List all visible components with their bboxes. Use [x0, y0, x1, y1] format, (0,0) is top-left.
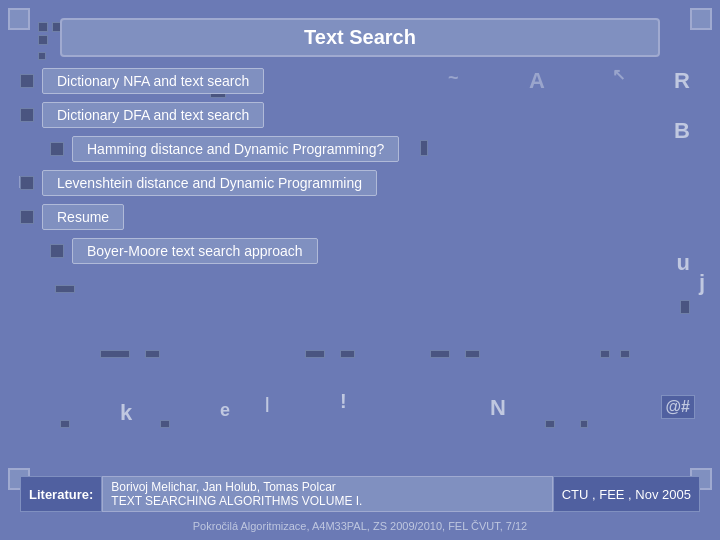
item-row-2: Dictionary DFA and text search	[20, 102, 700, 128]
item-row-4: Levenshtein distance and Dynamic Program…	[20, 170, 700, 196]
deco-mid-sq-12	[60, 420, 70, 428]
corner-sq-tl	[8, 8, 30, 30]
item-row-5: Resume	[20, 204, 700, 230]
bullet-1	[20, 74, 34, 88]
deco-sq-4	[38, 52, 46, 60]
lit-line2: TEXT SEARCHING ALGORITHMS VOLUME I.	[111, 494, 362, 508]
item-text-6[interactable]: Boyer-Moore text search approach	[72, 238, 318, 264]
corner-sq-tr	[690, 8, 712, 30]
deco-mid-sq-9	[465, 350, 480, 358]
deco-right-sq	[680, 300, 690, 314]
lit-line1: Borivoj Melichar, Jan Holub, Tomas Polca…	[111, 480, 362, 494]
bullet-6	[50, 244, 64, 258]
literature-label: Literature:	[20, 476, 102, 512]
deco-sq-1	[38, 22, 48, 32]
deco-sq-3	[38, 35, 48, 45]
deco-k: k	[120, 400, 132, 426]
bullet-4	[20, 176, 34, 190]
title-bar: Text Search	[60, 18, 660, 57]
literature-ctu: CTU , FEE , Nov 2005	[553, 476, 700, 512]
item-text-3[interactable]: Hamming distance and Dynamic Programming…	[72, 136, 399, 162]
deco-e: e	[220, 400, 230, 421]
footer-text: Pokročilá Algoritmizace, A4M33PAL, ZS 20…	[193, 520, 527, 532]
deco-N: N	[490, 395, 506, 421]
deco-at: @#	[661, 395, 696, 419]
deco-mid-sq-3	[55, 285, 75, 293]
deco-mid-sq-7	[340, 350, 355, 358]
deco-mid-sq-6	[305, 350, 325, 358]
deco-pipe: |	[265, 395, 269, 413]
footer: Pokročilá Algoritmizace, A4M33PAL, ZS 20…	[0, 520, 720, 532]
literature-content: Borivoj Melichar, Jan Holub, Tomas Polca…	[102, 476, 552, 512]
deco-mid-sq-10	[600, 350, 610, 358]
deco-mid-sq-15	[580, 420, 588, 428]
deco-mid-sq-14	[545, 420, 555, 428]
items-wrapper: Dictionary NFA and text search Dictionar…	[20, 68, 700, 272]
deco-mid-sq-11	[620, 350, 630, 358]
item-row-1: Dictionary NFA and text search	[20, 68, 700, 94]
item-text-4[interactable]: Levenshtein distance and Dynamic Program…	[42, 170, 377, 196]
deco-mid-sq-13	[160, 420, 170, 428]
deco-mid-sq-4	[100, 350, 130, 358]
title-text: Text Search	[304, 26, 416, 48]
slide: Text Search ~ A ↖ R B n f u j k e | ! N …	[0, 0, 720, 540]
bullet-5	[20, 210, 34, 224]
deco-j: j	[699, 270, 705, 296]
literature-row: Literature: Borivoj Melichar, Jan Holub,…	[20, 476, 700, 512]
item-row-6: Boyer-Moore text search approach	[50, 238, 700, 264]
bullet-3	[50, 142, 64, 156]
bullet-2	[20, 108, 34, 122]
item-text-1[interactable]: Dictionary NFA and text search	[42, 68, 264, 94]
item-row-3: Hamming distance and Dynamic Programming…	[50, 136, 700, 162]
deco-mid-sq-5	[145, 350, 160, 358]
deco-excl: !	[340, 390, 347, 413]
item-text-2[interactable]: Dictionary DFA and text search	[42, 102, 264, 128]
item-text-5[interactable]: Resume	[42, 204, 124, 230]
deco-mid-sq-8	[430, 350, 450, 358]
